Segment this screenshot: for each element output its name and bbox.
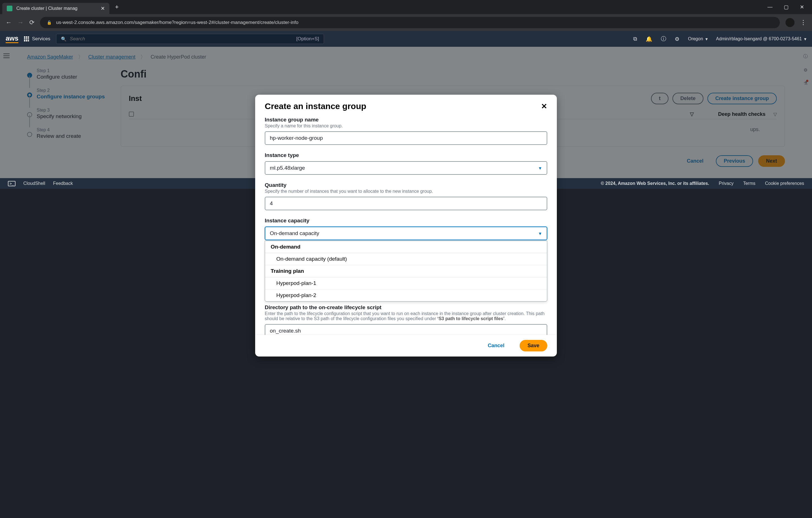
cloudshell-header-icon[interactable]: ⧉: [633, 36, 637, 42]
grid-icon: [24, 36, 29, 41]
instance-type-select[interactable]: ml.p5.48xlarge ▼: [265, 161, 547, 175]
quantity-label: Quantity: [265, 182, 547, 188]
notifications-icon[interactable]: 🔔: [646, 36, 652, 42]
group-name-input[interactable]: [265, 131, 547, 145]
region-selector[interactable]: Oregon ▾: [688, 36, 707, 42]
capacity-select[interactable]: On-demand capacity ▼: [265, 226, 547, 240]
services-button[interactable]: Services: [24, 36, 50, 42]
tab-title: Create cluster | Cluster manag: [16, 6, 97, 11]
user-selector[interactable]: Admin/rblago-Isengard @ 6700-0273-5461 ▾: [716, 36, 806, 42]
capacity-value: On-demand capacity: [270, 230, 319, 237]
dropdown-option-hyperpod-plan-2[interactable]: Hyperpod-plan-2: [265, 290, 547, 301]
services-label: Services: [32, 36, 50, 42]
url-text: us-west-2.console.aws.amazon.com/sagemak…: [56, 20, 298, 25]
group-name-label: Instance group name: [265, 117, 547, 123]
lock-icon: 🔒: [47, 20, 52, 25]
help-icon[interactable]: ⓘ: [661, 35, 666, 42]
browser-tab[interactable]: Create cluster | Cluster manag ✕: [2, 3, 109, 14]
instance-type-value: ml.p5.48xlarge: [270, 165, 305, 171]
cloudshell-icon[interactable]: >_: [8, 181, 16, 186]
capacity-dropdown: On-demand On-demand capacity (default) T…: [265, 241, 547, 302]
nav-back-icon[interactable]: ←: [6, 19, 12, 26]
chevron-down-icon: ▾: [804, 36, 806, 42]
header-search[interactable]: 🔍 [Option+S]: [56, 34, 324, 44]
window-minimize-icon[interactable]: —: [767, 4, 773, 10]
search-input[interactable]: [70, 36, 293, 42]
create-instance-group-modal: Create an instance group ✕ Instance grou…: [255, 95, 557, 357]
user-label: Admin/rblago-Isengard @ 6700-0273-5461: [716, 36, 802, 41]
search-shortcut: [Option+S]: [296, 36, 319, 42]
copyright-text: © 2024, Amazon Web Services, Inc. or its…: [601, 181, 709, 186]
search-icon: 🔍: [61, 36, 66, 42]
chevron-down-icon: ▼: [538, 166, 542, 171]
aws-logo-icon[interactable]: aws: [6, 35, 18, 43]
profile-avatar-icon[interactable]: [785, 18, 794, 27]
quantity-desc: Specify the number of instances that you…: [265, 189, 547, 194]
feedback-link[interactable]: Feedback: [53, 181, 73, 186]
tab-close-icon[interactable]: ✕: [100, 5, 105, 11]
nav-reload-icon[interactable]: ⟳: [29, 19, 34, 26]
privacy-link[interactable]: Privacy: [719, 181, 733, 186]
chevron-down-icon: ▾: [705, 36, 708, 42]
cookie-prefs-link[interactable]: Cookie preferences: [765, 181, 804, 186]
modal-save-button[interactable]: Save: [520, 340, 547, 352]
window-maximize-icon[interactable]: ▢: [784, 4, 789, 10]
dropdown-option-hyperpod-plan-1[interactable]: Hyperpod-plan-1: [265, 277, 547, 290]
group-name-desc: Specify a name for this instance group.: [265, 123, 547, 128]
window-close-icon[interactable]: ✕: [800, 4, 804, 10]
browser-nav-bar: ← → ⟳ 🔒 us-west-2.console.aws.amazon.com…: [0, 14, 812, 31]
new-tab-icon[interactable]: +: [115, 3, 119, 11]
modal-title: Create an instance group: [265, 101, 541, 111]
cloudshell-link[interactable]: CloudShell: [23, 181, 45, 186]
aws-console-header: aws Services 🔍 [Option+S] ⧉ 🔔 ⓘ ⚙ Oregon…: [0, 31, 812, 47]
modal-close-icon[interactable]: ✕: [541, 102, 547, 111]
dropdown-option-on-demand-default[interactable]: On-demand capacity (default): [265, 253, 547, 265]
lifecycle-path-input[interactable]: [265, 324, 547, 335]
capacity-label: Instance capacity: [265, 218, 547, 224]
nav-forward-icon[interactable]: →: [18, 19, 24, 26]
browser-tab-bar: Create cluster | Cluster manag ✕ + — ▢ ✕: [0, 0, 812, 14]
quantity-input[interactable]: [265, 197, 547, 210]
lifecycle-desc: Enter the path to the lifecycle configur…: [265, 311, 547, 321]
tab-favicon-icon: [7, 6, 12, 11]
browser-menu-icon[interactable]: ⋮: [800, 19, 806, 26]
instance-type-label: Instance type: [265, 152, 547, 158]
dropdown-group-on-demand: On-demand: [265, 241, 547, 253]
settings-icon[interactable]: ⚙: [675, 36, 679, 42]
lifecycle-label: Directory path to the on-create lifecycl…: [265, 304, 547, 311]
url-bar[interactable]: 🔒 us-west-2.console.aws.amazon.com/sagem…: [40, 17, 780, 28]
terms-link[interactable]: Terms: [743, 181, 756, 186]
chevron-down-icon: ▼: [538, 231, 542, 236]
region-label: Oregon: [688, 36, 703, 41]
dropdown-group-training-plan: Training plan: [265, 265, 547, 277]
modal-cancel-button[interactable]: Cancel: [481, 340, 512, 351]
